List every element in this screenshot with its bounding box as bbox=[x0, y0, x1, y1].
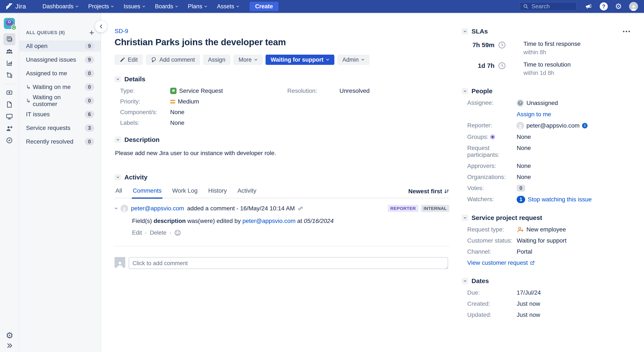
add-queue-button[interactable]: + bbox=[89, 30, 94, 36]
slas-collapse-toggle[interactable] bbox=[462, 28, 468, 35]
comment-author-link[interactable]: peter@appsvio.com bbox=[131, 205, 184, 212]
rail-invite-icon[interactable] bbox=[4, 122, 15, 134]
search-input[interactable] bbox=[532, 3, 572, 10]
project-avatar[interactable] bbox=[4, 18, 15, 29]
nav-label: Plans bbox=[188, 3, 202, 10]
pencil-icon bbox=[120, 57, 125, 63]
edit-button[interactable]: Edit bbox=[114, 55, 143, 65]
view-customer-request-label: View customer request bbox=[467, 259, 528, 266]
queue-count-badge: 0 bbox=[85, 97, 94, 104]
stop-watching-link[interactable]: Stop watching this issue bbox=[528, 196, 592, 203]
help-icon[interactable]: ? bbox=[600, 2, 608, 11]
nav-boards[interactable]: Boards bbox=[155, 3, 178, 10]
project-rail: ⚙ bbox=[0, 13, 19, 352]
sidebar-item-waiting-on-me[interactable]: ↳Waiting on me 0 bbox=[19, 82, 100, 93]
comment-text: Field(s) bbox=[132, 218, 154, 224]
sla-goal: within 1d 8h bbox=[524, 70, 571, 76]
sidebar-item-recently-resolved[interactable]: Recently resolved 0 bbox=[19, 136, 100, 147]
approvers-row: Approvers: None bbox=[467, 162, 631, 169]
comment-item: peter@appsvio.com added a comment - 16/M… bbox=[114, 205, 449, 236]
internal-badge: INTERNAL bbox=[421, 205, 449, 212]
rail-settings-gear-icon[interactable]: ⚙ bbox=[6, 331, 14, 340]
components-label: Component/s: bbox=[120, 109, 170, 116]
search-icon bbox=[523, 4, 528, 9]
add-comment-button[interactable]: Add comment bbox=[146, 55, 200, 65]
sidebar-item-all-open[interactable]: All open 9 bbox=[19, 41, 100, 52]
nav-dashboards[interactable]: Dashboards bbox=[42, 3, 78, 10]
nav-assets[interactable]: Assets bbox=[217, 3, 239, 10]
rail-reports-icon[interactable] bbox=[4, 57, 15, 69]
rail-queues-icon[interactable] bbox=[4, 33, 15, 45]
status-button[interactable]: Waiting for support bbox=[266, 55, 334, 65]
approvers-value: None bbox=[517, 162, 531, 169]
chevron-down-icon bbox=[361, 59, 364, 61]
nav-plans[interactable]: Plans bbox=[188, 3, 207, 10]
channel-value: Portal bbox=[517, 248, 532, 255]
description-collapse-toggle[interactable] bbox=[114, 136, 121, 143]
rail-workflows-icon[interactable] bbox=[4, 69, 15, 81]
settings-gear-icon[interactable]: ⚙ bbox=[615, 3, 622, 10]
announcements-icon[interactable] bbox=[584, 2, 592, 11]
rail-customers-icon[interactable] bbox=[4, 45, 15, 57]
nav-label: Dashboards bbox=[42, 3, 74, 10]
info-icon[interactable]: i bbox=[582, 123, 588, 128]
create-button[interactable]: Create bbox=[250, 2, 278, 11]
rail-portal-icon[interactable] bbox=[4, 110, 15, 122]
comment-collapse-toggle[interactable] bbox=[114, 207, 118, 210]
dates-collapse-toggle[interactable] bbox=[462, 278, 468, 284]
rail-add-shortcut-icon[interactable] bbox=[4, 87, 15, 99]
details-collapse-toggle[interactable] bbox=[114, 76, 121, 82]
sort-order-control[interactable]: Newest first bbox=[408, 188, 449, 198]
queue-count-badge: 0 bbox=[85, 70, 94, 77]
request-type-label: Request type: bbox=[467, 226, 517, 233]
comment-user-link[interactable]: peter@appsvio.com bbox=[242, 218, 296, 224]
watchers-count-badge[interactable]: 1 bbox=[517, 196, 525, 203]
user-avatar[interactable] bbox=[629, 2, 638, 11]
groups-icon bbox=[490, 135, 495, 139]
sidebar-item-unassigned-issues[interactable]: Unassigned issues 9 bbox=[19, 54, 100, 65]
more-button[interactable]: More bbox=[234, 55, 262, 65]
sidebar-item-assigned-to-me[interactable]: Assigned to me 0 bbox=[19, 68, 100, 79]
sidebar-item-it-issues[interactable]: IT issues 6 bbox=[19, 109, 100, 120]
people-collapse-toggle[interactable] bbox=[462, 88, 468, 94]
comment-edit-date: 05/16/2024 bbox=[304, 218, 334, 224]
slas-more-menu-icon[interactable] bbox=[622, 29, 631, 34]
add-reaction-icon[interactable]: ☺ bbox=[174, 230, 181, 236]
votes-count-badge[interactable]: 0 bbox=[517, 185, 525, 192]
rail-expand-icon[interactable] bbox=[4, 341, 16, 350]
admin-button-label: Admin bbox=[342, 57, 359, 63]
sidebar-item-waiting-on-customer[interactable]: ↳Waiting on customer 0 bbox=[19, 95, 100, 106]
dot-separator bbox=[145, 230, 147, 236]
issue-key-link[interactable]: SD-9 bbox=[114, 28, 128, 35]
service-request-collapse-toggle[interactable] bbox=[462, 215, 468, 221]
assign-to-me-link[interactable]: Assign to me bbox=[517, 111, 551, 118]
comment-delete-action[interactable]: Delete bbox=[150, 230, 166, 236]
nav-label: Assets bbox=[217, 3, 234, 10]
channel-row: Channel: Portal bbox=[467, 248, 631, 255]
global-search[interactable] bbox=[520, 2, 577, 11]
groups-value: None bbox=[517, 133, 531, 140]
nav-issues[interactable]: Issues bbox=[124, 3, 145, 10]
assign-button[interactable]: Assign bbox=[203, 55, 230, 65]
jira-logo[interactable]: Jira bbox=[6, 3, 26, 10]
nav-projects[interactable]: Projects bbox=[88, 3, 114, 10]
organizations-value: None bbox=[517, 174, 531, 181]
rail-pages-icon[interactable] bbox=[4, 99, 15, 110]
comment-input[interactable] bbox=[129, 257, 448, 269]
channel-label: Channel: bbox=[467, 248, 517, 255]
collapse-sidebar-button[interactable] bbox=[95, 21, 107, 33]
tab-all[interactable]: All bbox=[114, 187, 123, 199]
customer-status-row: Customer status: Waiting for support bbox=[467, 237, 631, 244]
sidebar-item-service-requests[interactable]: Service requests 3 bbox=[19, 122, 100, 133]
view-customer-request-link[interactable]: View customer request bbox=[467, 259, 535, 266]
permalink-icon[interactable] bbox=[298, 206, 303, 211]
rail-discover-icon[interactable] bbox=[4, 134, 15, 146]
tab-history[interactable]: History bbox=[208, 187, 228, 199]
comment-edit-action[interactable]: Edit bbox=[132, 230, 142, 236]
add-comment-row bbox=[114, 257, 449, 269]
tab-comments[interactable]: Comments bbox=[132, 187, 162, 199]
tab-activity[interactable]: Activity bbox=[236, 187, 257, 199]
admin-button[interactable]: Admin bbox=[337, 55, 370, 65]
tab-work-log[interactable]: Work Log bbox=[172, 187, 198, 199]
activity-collapse-toggle[interactable] bbox=[114, 174, 121, 181]
